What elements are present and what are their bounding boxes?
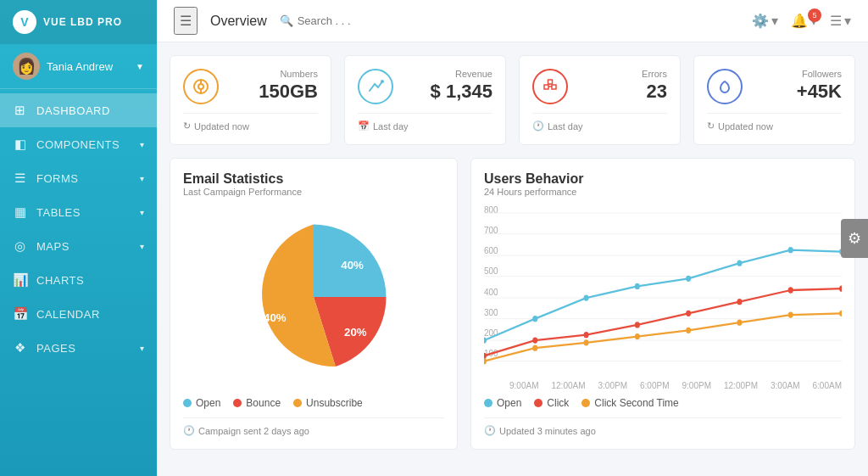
svg-point-25 <box>686 276 691 282</box>
chevron-down-icon: ▾ <box>140 140 145 149</box>
search-bar: 🔍 <box>280 14 739 27</box>
user-dropdown-arrow: ▼ <box>136 62 144 71</box>
stat-footer: ↻ Updated now <box>183 113 318 132</box>
click-dot <box>534 399 542 407</box>
stat-card-followers: Followers +45K ↻ Updated now <box>693 55 855 145</box>
clock-icon: 🕐 <box>532 120 544 132</box>
revenue-icon <box>358 69 393 104</box>
pie-legend: Open Bounce Unsubscribe <box>183 397 444 409</box>
line-chart-wrap: 800 700 600 500 400 300 200 100 <box>484 205 842 390</box>
bounce-dot <box>233 399 242 407</box>
page-title: Overview <box>210 14 267 29</box>
sidebar-item-label: COMPONENTS <box>36 138 120 151</box>
legend-unsubscribe-label: Unsubscribe <box>306 397 363 409</box>
svg-point-44 <box>839 311 842 316</box>
legend-click2-line: Click Second Time <box>581 397 678 409</box>
legend-click-line: Click <box>534 397 569 409</box>
svg-rect-6 <box>552 85 556 89</box>
logo-text: VUE LBD PRO <box>43 16 122 28</box>
svg-text:40%: 40% <box>264 311 287 324</box>
click-label: Click <box>547 397 569 409</box>
stat-label: Followers <box>753 69 842 79</box>
stat-label: Errors <box>578 69 667 79</box>
stat-header: Revenue $ 1,345 <box>358 69 492 104</box>
stat-info: Errors 23 <box>578 69 667 103</box>
svg-point-24 <box>635 283 640 289</box>
legend-open: Open <box>183 397 220 409</box>
sidebar-item-calendar[interactable]: 📅 CALENDAR <box>0 297 157 331</box>
email-stats-footer: 🕐 Campaign sent 2 days ago <box>183 417 444 436</box>
tables-icon: ▦ <box>13 204 28 220</box>
chevron-down-icon: ▾ <box>140 242 145 251</box>
svg-point-35 <box>788 287 793 293</box>
forms-icon: ☰ <box>13 171 28 186</box>
svg-text:40%: 40% <box>341 259 364 272</box>
svg-point-23 <box>584 294 589 300</box>
svg-point-1 <box>198 84 203 89</box>
svg-point-36 <box>839 286 842 292</box>
sidebar-item-pages[interactable]: ❖ PAGES ▾ <box>0 331 157 365</box>
stat-label: Revenue <box>403 69 492 79</box>
sidebar-item-components[interactable]: ◧ COMPONENTS ▾ <box>0 127 157 161</box>
logo-icon: V <box>13 10 36 34</box>
stat-label: Numbers <box>229 69 318 79</box>
svg-point-33 <box>686 311 691 316</box>
sidebar-item-dashboard[interactable]: ⊞ DASHBOARD <box>0 93 157 127</box>
click2-dot <box>581 399 590 407</box>
sidebar-item-tables[interactable]: ▦ TABLES ▾ <box>0 195 157 229</box>
svg-point-43 <box>788 311 793 317</box>
content-area: Numbers 150GB ↻ Updated now <box>157 42 868 476</box>
sidebar-item-label: PAGES <box>36 342 75 355</box>
open-line-dot <box>484 399 492 407</box>
open-line-label: Open <box>497 397 521 409</box>
sidebar-item-forms[interactable]: ☰ FORMS ▾ <box>0 161 157 195</box>
stats-row: Numbers 150GB ↻ Updated now <box>170 55 855 145</box>
svg-point-22 <box>532 316 537 322</box>
chevron-down-icon: ▾ <box>140 174 145 183</box>
open-dot <box>183 399 192 407</box>
settings-icon-btn[interactable]: ⚙️ ▾ <box>752 13 778 29</box>
user-profile[interactable]: 👩 Tania Andrew ▼ <box>0 44 157 89</box>
header-actions: ⚙️ ▾ 🔔 5 ▾ ☰ ▾ <box>752 13 851 29</box>
users-behavior-subtitle: 24 Hours performance <box>484 187 842 197</box>
stat-footer: ↻ Updated now <box>707 113 842 132</box>
svg-point-30 <box>532 337 537 343</box>
users-behavior-title: Users Behavior <box>484 171 842 187</box>
charts-row: Email Statistics Last Campaign Performan… <box>170 158 855 450</box>
email-stats-title: Email Statistics <box>183 171 444 187</box>
svg-point-31 <box>584 332 589 338</box>
stat-header: Errors 23 <box>532 69 667 104</box>
menu-button[interactable]: ☰ <box>174 7 198 35</box>
click2-label: Click Second Time <box>594 397 678 409</box>
avatar: 👩 <box>13 53 40 80</box>
search-input[interactable] <box>298 14 425 27</box>
notifications-btn[interactable]: 🔔 5 ▾ <box>791 13 817 29</box>
numbers-icon <box>183 69 219 104</box>
svg-text:20%: 20% <box>344 326 367 339</box>
settings-tab[interactable]: ⚙ <box>841 219 868 258</box>
stat-value: 150GB <box>229 81 318 103</box>
list-view-btn[interactable]: ☰ ▾ <box>830 13 851 29</box>
stat-header: Numbers 150GB <box>183 69 318 104</box>
clock-icon: 🕐 <box>183 425 195 436</box>
legend-bounce: Bounce <box>233 397 281 409</box>
charts-icon: 📊 <box>13 272 28 288</box>
email-stats-subtitle: Last Campaign Performance <box>183 187 444 197</box>
sidebar-item-label: CALENDAR <box>36 308 100 321</box>
svg-point-26 <box>737 260 742 266</box>
stat-value: $ 1,345 <box>403 81 492 103</box>
notification-badge: 5 <box>808 8 821 22</box>
sidebar-item-maps[interactable]: ◎ MAPS ▾ <box>0 229 157 263</box>
legend-open-label: Open <box>196 397 220 409</box>
svg-point-37 <box>484 358 487 364</box>
calendar-icon: 📅 <box>13 306 28 322</box>
unsubscribe-dot <box>293 399 302 407</box>
refresh-icon: ↻ <box>707 120 715 132</box>
stat-value: 23 <box>578 81 667 103</box>
sidebar-item-charts[interactable]: 📊 CHARTS <box>0 263 157 297</box>
maps-icon: ◎ <box>13 238 28 254</box>
main-content: ☰ Overview 🔍 ⚙️ ▾ 🔔 5 ▾ ☰ ▾ <box>157 0 868 476</box>
sidebar-item-label: FORMS <box>36 172 78 185</box>
email-stats-card: Email Statistics Last Campaign Performan… <box>170 158 458 450</box>
dashboard-icon: ⊞ <box>13 103 28 118</box>
